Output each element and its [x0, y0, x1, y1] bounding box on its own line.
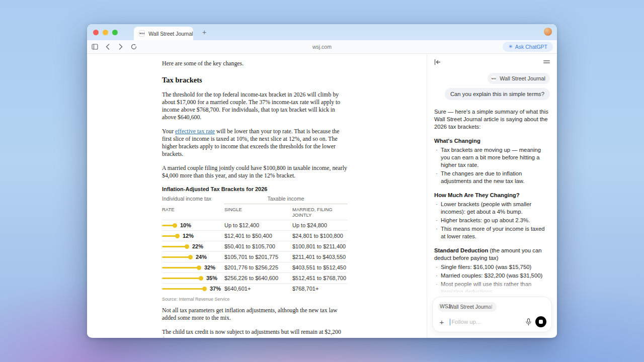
- chat-thread: WSJ Wall Street Journal Can you explain …: [427, 70, 557, 297]
- wsj-source-icon: WSJ: [440, 304, 446, 310]
- bullet-item: This means more of your income is taxed …: [434, 225, 550, 240]
- effective-tax-rate-link[interactable]: effective tax rate: [175, 128, 215, 135]
- tax-brackets-table: Inflation-Adjusted Tax Brackets for 2026…: [162, 186, 347, 302]
- browser-window: WSJ Wall Street Journal + wsj.com ✳ Ask …: [87, 24, 557, 338]
- chatgpt-logo-icon: ✳: [508, 44, 512, 49]
- sidebar-menu-icon[interactable]: [543, 59, 550, 64]
- table-row: 12% $12,401 to $50,400$24,801 to $100,80…: [162, 230, 347, 241]
- rate-bar: [162, 246, 187, 247]
- text-cursor: [450, 319, 450, 325]
- reload-icon[interactable]: [128, 42, 139, 52]
- article-paragraph: A married couple filing jointly could ha…: [162, 164, 347, 179]
- zoom-window-button[interactable]: [112, 30, 118, 35]
- rate-bar: [162, 225, 175, 226]
- composer: WSJ Wall Street Journal +: [432, 297, 552, 332]
- table-row: 22% $50,401 to $105,700$100,801 to $211,…: [162, 241, 347, 251]
- bullet-item: The changes are due to inflation adjustm…: [434, 170, 550, 185]
- sidebar-toggle-icon[interactable]: [89, 42, 100, 52]
- article-paragraph: The child tax credit is now subject to a…: [162, 328, 347, 337]
- stop-generating-button[interactable]: [535, 316, 546, 327]
- col-rate: RATE: [162, 207, 224, 218]
- table-source: Source: Internal Revenue Service: [162, 297, 347, 302]
- tab-bar: WSJ Wall Street Journal +: [87, 24, 557, 40]
- window-controls: [93, 30, 118, 35]
- minimize-window-button[interactable]: [103, 30, 108, 35]
- section-heading: Standard Deduction (the amount you can d…: [434, 247, 550, 262]
- profile-avatar[interactable]: [544, 28, 552, 36]
- rate-bar: [162, 278, 201, 279]
- new-tab-button[interactable]: +: [199, 27, 209, 37]
- section-heading: How Much Are They Changing?: [434, 192, 550, 199]
- article-intro: Here are some of the key changes.: [162, 60, 347, 67]
- composer-context-chip[interactable]: WSJ Wall Street Journal: [438, 302, 497, 312]
- forward-icon[interactable]: [115, 42, 126, 52]
- wsj-favicon-icon: WSJ: [139, 30, 145, 37]
- table-title: Inflation-Adjusted Tax Brackets for 2026: [162, 186, 347, 192]
- context-chip-label: Wall Street Journal: [500, 75, 545, 81]
- section-heading: What's Changing: [434, 137, 550, 145]
- col-single: SINGLE: [224, 207, 292, 218]
- context-chip[interactable]: WSJ Wall Street Journal: [488, 73, 550, 84]
- user-message: Can you explain this in simple terms?: [445, 88, 550, 100]
- browser-toolbar: wsj.com ✳ Ask ChatGPT: [87, 40, 557, 54]
- table-row: 37% $640,601+$768,701+: [162, 283, 347, 294]
- attach-plus-icon[interactable]: +: [438, 318, 446, 326]
- bullet-list: Tax brackets are moving up — meaning you…: [434, 146, 550, 185]
- table-row: 10% Up to $12,400Up to $24,800: [162, 220, 347, 230]
- follow-up-text-field[interactable]: [451, 319, 522, 325]
- sidebar-header: [427, 54, 557, 70]
- follow-up-input[interactable]: [450, 319, 522, 325]
- article-paragraph: The threshold for the top federal income…: [162, 91, 347, 121]
- rate-bar: [162, 235, 178, 237]
- heading-tax-brackets: Tax brackets: [162, 76, 347, 84]
- table-row: 24% $105,701 to $201,775$211,401 to $403…: [162, 251, 347, 262]
- reply-intro: Sure — here's a simple summary of what t…: [434, 108, 550, 131]
- rate-bar: [162, 256, 191, 258]
- rate-bar: [162, 267, 199, 268]
- bullet-item: Lower brackets (people with smaller inco…: [434, 201, 550, 216]
- col-married: MARRIED, FILING JOINTLY: [292, 207, 347, 218]
- tab-title: Wall Street Journal: [148, 31, 193, 37]
- chatgpt-sidebar: WSJ Wall Street Journal Can you explain …: [427, 54, 557, 337]
- article-paragraph: Not all tax parameters get inflation adj…: [162, 307, 347, 322]
- article-pane: Here are some of the key changes. Tax br…: [87, 54, 427, 337]
- composer-chip-label: Wall Street Journal: [449, 304, 493, 310]
- bullet-list: Single filers: $16,100 (was $15,750) Mar…: [434, 263, 550, 296]
- table-right-header: Taxable income: [224, 196, 347, 204]
- article-paragraph: Your effective tax rate will be lower th…: [162, 128, 347, 158]
- bullet-item: Higher brackets: go up about 2.3%.: [434, 217, 550, 224]
- ask-chatgpt-button[interactable]: ✳ Ask ChatGPT: [503, 42, 553, 52]
- bullet-item: Single filers: $16,100 (was $15,750): [434, 263, 550, 271]
- back-icon[interactable]: [102, 42, 113, 52]
- table-left-header: Individual income tax: [162, 196, 224, 204]
- collapse-sidebar-icon[interactable]: [434, 59, 441, 65]
- tab-wall-street-journal[interactable]: WSJ Wall Street Journal: [134, 27, 193, 40]
- table-row: 35% $256,226 to $640,600$512,451 to $768…: [162, 273, 347, 283]
- rate-bar: [162, 288, 205, 290]
- bullet-item: Married couples: $32,200 (was $31,500): [434, 272, 550, 280]
- microphone-icon[interactable]: [526, 318, 531, 326]
- address-bar[interactable]: wsj.com: [312, 44, 332, 50]
- bullet-item: Tax brackets are moving up — meaning you…: [434, 146, 550, 169]
- bullet-item: Most people will use this rather than it…: [434, 281, 550, 296]
- assistant-message: Sure — here's a simple summary of what t…: [434, 108, 550, 297]
- bullet-list: Lower brackets (people with smaller inco…: [434, 201, 550, 240]
- wsj-source-icon: WSJ: [490, 75, 497, 82]
- table-row: 32% $201,776 to $256,225$403,551 to $512…: [162, 262, 347, 273]
- close-window-button[interactable]: [93, 30, 99, 35]
- ask-chatgpt-label: Ask ChatGPT: [515, 44, 547, 50]
